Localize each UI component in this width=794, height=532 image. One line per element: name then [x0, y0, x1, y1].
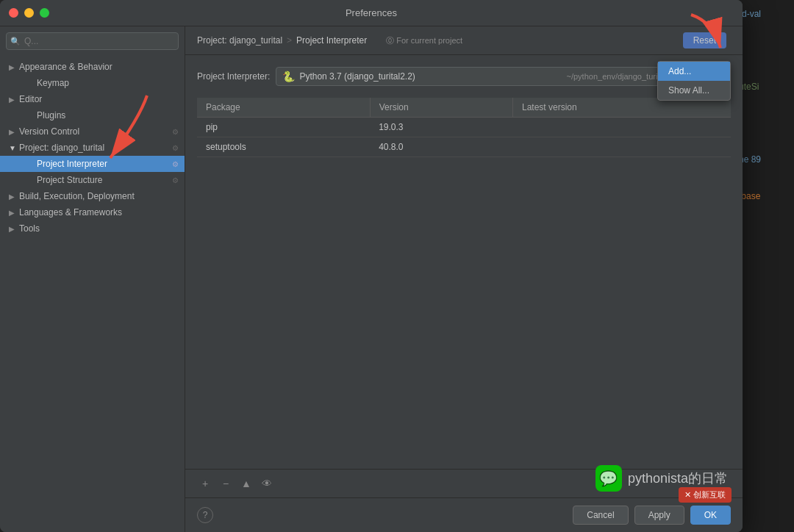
breadcrumb-current: Project Interpreter: [296, 35, 367, 46]
arrow-icon: ▶: [9, 63, 19, 71]
main-content: Project: django_turital > Project Interp…: [185, 26, 743, 532]
sidebar-item-label: Build, Execution, Deployment: [19, 191, 179, 201]
sidebar-item-label: Project Structure: [37, 175, 172, 185]
arrow-icon: ▼: [9, 144, 19, 152]
sidebar-item-languages[interactable]: ▶ Languages & Frameworks: [0, 204, 185, 220]
breadcrumb-separator: >: [287, 35, 292, 46]
sidebar-item-label: Tools: [19, 223, 179, 234]
sidebar-item-label: Editor: [19, 94, 179, 104]
add-menu-item[interactable]: Add...: [658, 62, 730, 81]
sidebar-item-label: Project Interpreter: [37, 159, 172, 169]
sidebar-item-label: Keymap: [37, 78, 179, 88]
settings-icon: ⚙: [172, 144, 179, 152]
dialog-body: 🔍 ▶ Appearance & Behavior ▶ Keymap ▶ Edi…: [0, 26, 743, 532]
sidebar-item-project-interpreter[interactable]: ▶ Project Interpreter ⚙: [0, 156, 185, 172]
arrow-icon: ▶: [9, 96, 19, 104]
apply-button[interactable]: Apply: [634, 506, 684, 525]
add-package-button[interactable]: +: [197, 475, 213, 492]
python-icon: 🐍: [282, 71, 295, 82]
close-button[interactable]: [9, 8, 18, 18]
breadcrumb: Project: django_turital > Project Interp…: [197, 35, 683, 46]
col-package: Package: [197, 98, 370, 118]
package-version: 40.8.0: [370, 137, 512, 157]
cancel-button[interactable]: Cancel: [573, 506, 628, 525]
show-all-menu-item[interactable]: Show All...: [658, 81, 730, 100]
search-box[interactable]: 🔍: [6, 32, 179, 50]
table-row[interactable]: pip 19.0.3: [197, 118, 731, 137]
package-latest: [513, 137, 732, 157]
sidebar-item-label: Appearance & Behavior: [19, 62, 179, 72]
breadcrumb-project: Project: django_turital: [197, 35, 282, 46]
table-row[interactable]: setuptools 40.8.0: [197, 137, 731, 157]
packages-table: Package Version Latest version pip 19.0.…: [197, 98, 731, 157]
package-version: 19.0.3: [370, 118, 512, 137]
help-button[interactable]: ?: [197, 507, 213, 523]
preferences-dialog: Preferences 🔍 ▶ Appearance & Behavior ▶ …: [0, 0, 743, 532]
sidebar-item-plugins[interactable]: ▶ Plugins: [0, 107, 185, 123]
reset-button[interactable]: Reset: [683, 32, 726, 48]
col-version: Version: [370, 98, 512, 118]
sidebar-item-editor[interactable]: ▶ Editor: [0, 91, 185, 107]
package-latest: [513, 118, 732, 137]
sidebar-item-build[interactable]: ▶ Build, Execution, Deployment: [0, 188, 185, 204]
sidebar-item-label: Version Control: [19, 126, 172, 137]
minimize-button[interactable]: [24, 8, 34, 18]
sidebar-item-project-structure[interactable]: ▶ Project Structure ⚙: [0, 172, 185, 188]
package-name: setuptools: [197, 137, 370, 157]
sidebar-item-keymap[interactable]: ▶ Keymap: [0, 75, 185, 91]
arrow-icon: ▶: [9, 225, 19, 233]
sidebar-item-label: Languages & Frameworks: [19, 207, 179, 218]
arrow-icon: ▶: [9, 209, 19, 217]
watermark-text: pythonista的日常: [628, 470, 728, 487]
sidebar-item-label: Project: django_turital: [19, 143, 172, 153]
window-controls: [9, 8, 49, 18]
sidebar-item-tools[interactable]: ▶ Tools: [0, 220, 185, 237]
title-bar: Preferences: [0, 0, 743, 26]
wechat-icon: 💬: [596, 465, 622, 492]
settings-icon: ⚙: [172, 176, 179, 184]
package-name: pip: [197, 118, 370, 137]
chuangxin-badge: ✕ 创新互联: [679, 487, 732, 503]
dialog-footer: ? Cancel Apply OK: [185, 497, 743, 532]
arrow-icon: ▶: [9, 128, 19, 136]
settings-icon: ⚙: [172, 160, 179, 168]
remove-package-button[interactable]: −: [218, 475, 234, 492]
sidebar-item-label: Plugins: [37, 110, 179, 121]
sidebar-item-version-control[interactable]: ▶ Version Control ⚙: [0, 123, 185, 140]
search-icon: 🔍: [10, 37, 21, 46]
ok-button[interactable]: OK: [690, 506, 731, 525]
add-menu: Add... Show All...: [657, 61, 731, 101]
interpreter-row: Project Interpreter: 🐍 Python 3.7 (djang…: [197, 67, 731, 86]
for-current-project: ⓪ For current project: [386, 35, 462, 46]
move-up-button[interactable]: ▲: [238, 475, 254, 492]
code-editor-bg: rd-val uteSi ne 89 /base: [735, 0, 794, 532]
sidebar-nav: ▶ Appearance & Behavior ▶ Keymap ▶ Edito…: [0, 56, 185, 532]
table-header-row: Package Version Latest version: [197, 98, 731, 118]
content-panel: Project Interpreter: 🐍 Python 3.7 (djang…: [185, 55, 743, 469]
maximize-button[interactable]: [40, 8, 49, 18]
settings-icon: ⚙: [172, 128, 179, 136]
interpreter-name: Python 3.7 (django_turital2.2): [299, 71, 562, 82]
dialog-title: Preferences: [346, 7, 397, 18]
sidebar-item-project[interactable]: ▼ Project: django_turital ⚙: [0, 140, 185, 156]
arrow-icon: ▶: [9, 193, 19, 201]
interpreter-label: Project Interpreter:: [197, 71, 270, 82]
inspect-button[interactable]: 👁: [259, 475, 275, 492]
sidebar: 🔍 ▶ Appearance & Behavior ▶ Keymap ▶ Edi…: [0, 26, 185, 532]
top-bar: Project: django_turital > Project Interp…: [185, 26, 743, 55]
sidebar-item-appearance[interactable]: ▶ Appearance & Behavior: [0, 59, 185, 75]
search-input[interactable]: [6, 32, 179, 50]
